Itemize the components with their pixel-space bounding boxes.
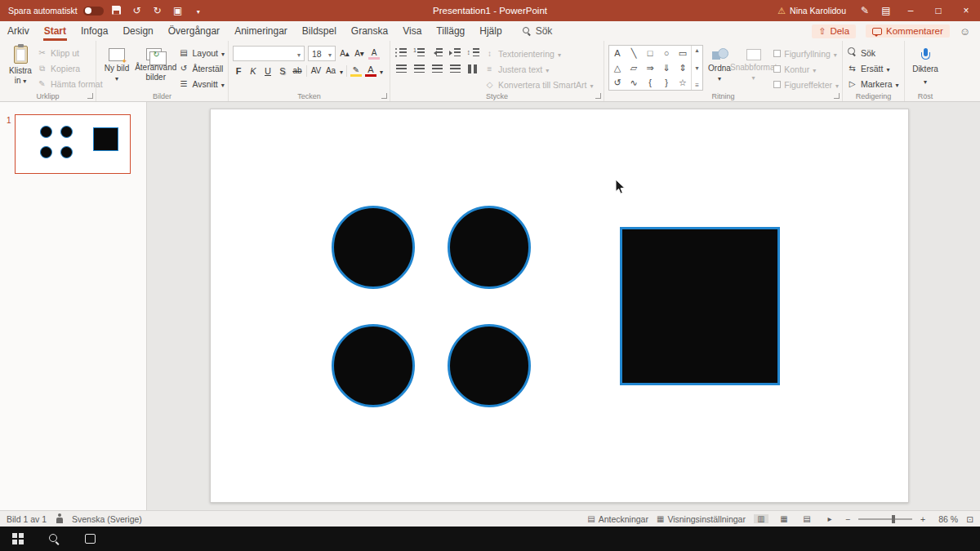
view-slideshow-button[interactable]: ▸ [822,514,837,523]
highlight-color-button[interactable]: ✎ [350,65,362,77]
gallery-scroll-up-icon[interactable]: ▴ [695,47,698,54]
numbering-button[interactable] [412,47,425,58]
shape-gallery-item[interactable]: □ [642,46,658,60]
slide-shape-circle-3[interactable] [332,324,415,407]
minimize-button[interactable]: – [897,0,924,21]
notes-toggle[interactable]: ▤ Anteckningar [587,514,648,524]
shape-gallery-item[interactable]: } [658,75,675,90]
align-left-button[interactable] [394,64,408,74]
gallery-more-icon[interactable]: ≡ [695,82,699,89]
slide-thumbnail[interactable] [15,114,131,174]
customize-qat-button[interactable] [191,6,206,16]
dialog-launcher-icon[interactable] [381,93,387,99]
account-area[interactable]: ⚠ Nina Karolidou [769,6,854,16]
autosave-toggle[interactable] [83,7,104,16]
taskbar-search-button[interactable] [36,527,72,551]
font-color-button[interactable]: A [365,64,376,77]
tab-design[interactable]: Design [115,21,160,41]
dialog-launcher-icon[interactable] [834,93,840,99]
gallery-scroll-down-icon[interactable]: ▾ [695,64,698,72]
new-slide-button[interactable]: Ny bild [100,43,133,82]
ribbon-display-button[interactable]: ▤ [875,5,897,16]
shape-gallery-item[interactable]: A [609,46,626,60]
select-button[interactable]: ▷Markera [847,77,899,91]
align-center-button[interactable] [412,64,425,74]
shape-gallery-item[interactable]: ○ [658,46,675,60]
tab-granska[interactable]: Granska [344,21,395,41]
text-orientation-button[interactable]: ↕Textorientering [484,47,594,60]
strikethrough-button[interactable]: ab [292,66,303,75]
shape-gallery-item[interactable]: { [642,75,658,90]
dialog-launcher-icon[interactable] [87,93,93,99]
find-button[interactable]: Sök [847,46,899,60]
undo-button[interactable]: ↺ [130,6,145,16]
convert-smartart-button[interactable]: ◇Konvertera till SmartArt [484,78,594,91]
feedback-smiley-icon[interactable]: ☺ [960,25,970,38]
redo-button[interactable]: ↻ [150,6,165,16]
italic-button[interactable]: K [247,66,259,76]
zoom-out-button[interactable]: − [845,514,850,524]
format-painter-button[interactable]: ✎Hämta format [37,77,103,91]
text-shadow-button[interactable]: S [277,66,288,76]
section-button[interactable]: ☰Avsnitt [178,77,225,91]
view-slide-sorter-button[interactable]: ▦ [777,514,791,523]
tab-tillagg[interactable]: Tillägg [429,21,472,41]
tab-animeringar[interactable]: Animeringar [227,21,295,41]
accessibility-icon[interactable] [55,513,64,524]
zoom-slider[interactable] [858,518,912,520]
reset-button[interactable]: ↺Återställ [178,61,225,75]
zoom-slider-thumb[interactable] [892,515,895,523]
shape-gallery-item[interactable]: ▭ [675,46,691,60]
quick-styles-button[interactable]: Snabbformat [736,43,771,82]
share-button[interactable]: ⇧ Dela [812,24,856,38]
display-settings-button[interactable]: ▦ Visningsinställningar [657,514,746,524]
close-button[interactable]: × [952,0,980,21]
dictate-button[interactable]: Diktera [909,43,942,86]
cut-button[interactable]: ✂Klipp ut [37,46,103,60]
shape-gallery-item[interactable]: △ [609,60,626,75]
start-slideshow-button[interactable]: ▣ [171,6,185,16]
font-name-combo[interactable] [233,46,305,61]
decrease-indent-button[interactable] [430,47,443,58]
slide-shape-circle-4[interactable] [448,324,531,407]
comments-button[interactable]: Kommentarer [866,24,950,38]
search-box[interactable]: Sök [523,25,553,37]
zoom-level[interactable]: 86 % [933,514,958,524]
tab-visa[interactable]: Visa [395,21,429,41]
character-spacing-button[interactable]: AV [310,66,322,75]
underline-button[interactable]: U [262,66,274,76]
save-button[interactable] [109,6,124,16]
zoom-in-button[interactable]: + [920,514,925,524]
shape-outline-button[interactable]: Kontur [773,62,839,76]
shape-gallery-item[interactable]: ↺ [609,75,626,90]
start-button[interactable] [0,527,36,551]
shape-effects-button[interactable]: Figureffekter [773,78,839,91]
view-reading-button[interactable]: ▤ [800,514,814,523]
clear-formatting-button[interactable]: A [368,48,380,60]
bold-button[interactable]: F [233,66,244,76]
justify-button[interactable] [448,64,461,74]
shape-fill-button[interactable]: Figurfyllning [773,47,839,60]
slide-shape-square[interactable] [620,227,780,385]
tab-arkiv[interactable]: Arkiv [0,21,37,41]
language-status[interactable]: Svenska (Sverige) [72,514,142,524]
tab-hjalp[interactable]: Hjälp [472,21,509,41]
slide-shape-circle-2[interactable] [448,206,531,289]
shape-gallery-item[interactable]: ╲ [626,46,642,60]
font-size-combo[interactable]: 18 [308,46,336,61]
tab-overgangar[interactable]: Övergångar [161,21,227,41]
tab-infoga[interactable]: Infoga [74,21,115,41]
inking-button[interactable]: ✎ [854,5,875,16]
maximize-button[interactable]: □ [924,0,952,21]
layout-button[interactable]: ▤Layout [178,46,225,60]
align-right-button[interactable] [430,64,443,74]
increase-font-button[interactable]: A▴ [339,49,350,58]
shape-gallery-item[interactable]: ⇓ [658,60,675,75]
align-text-button[interactable]: ≡Justera text [484,62,594,76]
copy-button[interactable]: ⧉Kopiera [37,61,103,75]
columns-button[interactable] [466,64,479,74]
shape-gallery-item[interactable]: ☆ [675,75,691,90]
slide-shape-circle-1[interactable] [332,206,415,289]
view-normal-button[interactable]: ▥ [754,514,768,523]
shape-gallery-item[interactable]: ▱ [626,60,642,75]
